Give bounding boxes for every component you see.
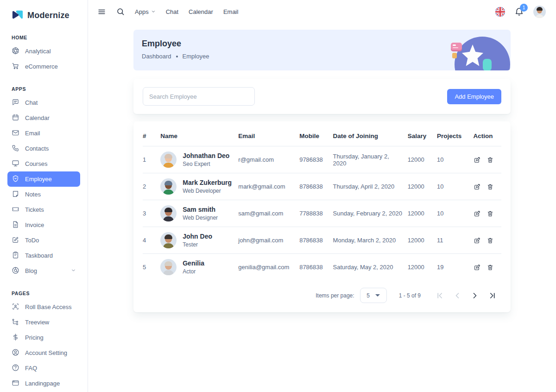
employee-name: Sam smith — [183, 206, 218, 213]
sidebar-section-pages: PAGES — [12, 291, 88, 296]
employee-mobile: 8786838 — [299, 227, 333, 254]
edit-button[interactable] — [474, 156, 481, 164]
edit-button[interactable] — [474, 183, 481, 190]
sidebar-item-notes[interactable]: Notes — [7, 187, 80, 202]
sidebar-item-todo[interactable]: ToDo — [7, 233, 80, 248]
col-date-of-joining: Date of Joining — [333, 124, 408, 146]
user-circle-icon — [12, 348, 19, 358]
delete-button[interactable] — [486, 156, 494, 164]
sidebar-item-faq[interactable]: FAQ — [7, 360, 80, 376]
notifications-button[interactable]: 1 — [514, 7, 524, 17]
previous-page-button[interactable] — [449, 291, 466, 300]
sidebar-item-chat[interactable]: Chat — [7, 95, 80, 110]
sidebar-item-label: Landingpage — [25, 380, 60, 387]
sidebar-item-tickets[interactable]: Tickets — [7, 202, 80, 217]
employee-email: john@gmail.com — [238, 227, 299, 254]
edit-icon — [12, 236, 19, 245]
sidebar-item-invoice[interactable]: Invoice — [7, 217, 80, 233]
sidebar-item-calendar[interactable]: Calendar — [7, 110, 80, 126]
col-mobile: Mobile — [299, 124, 333, 146]
search-input[interactable] — [143, 87, 255, 106]
employee-avatar — [160, 232, 177, 248]
employee-avatar — [160, 205, 177, 221]
app-logo[interactable]: Modernize — [0, 6, 88, 23]
items-per-page-label: Items per page: — [316, 292, 354, 299]
page-banner: Employee Dashboard Employee — [133, 30, 511, 70]
sidebar-item-pricing[interactable]: Pricing — [7, 330, 80, 345]
clipboard-icon — [12, 251, 19, 260]
delete-button[interactable] — [486, 183, 494, 190]
user-avatar[interactable] — [533, 6, 546, 18]
file-icon — [12, 221, 19, 230]
edit-button[interactable] — [474, 264, 481, 271]
table-row: 5 Genilia Actor genilia@gmail.com 878683… — [143, 254, 501, 281]
aperture2-icon — [12, 266, 19, 276]
row-index: 5 — [143, 254, 160, 281]
banner-illustration — [450, 30, 511, 70]
sidebar-item-contacts[interactable]: Contacts — [7, 141, 80, 156]
edit-button[interactable] — [474, 237, 481, 244]
next-page-button[interactable] — [466, 291, 484, 300]
page-range-label: 1 - 5 of 9 — [399, 292, 421, 299]
sidebar-item-email[interactable]: Email — [7, 126, 80, 141]
tree-icon — [12, 318, 19, 327]
delete-button[interactable] — [486, 210, 494, 217]
sidebar-item-ecommerce[interactable]: eCommerce — [7, 59, 80, 74]
badge-icon — [12, 175, 19, 184]
chat-icon — [12, 98, 19, 107]
employee-mobile: 8786838 — [299, 173, 333, 200]
employee-name: John Deo — [183, 233, 212, 240]
note-icon — [12, 190, 19, 199]
sidebar-item-analytical[interactable]: Analytical — [7, 44, 80, 59]
topnav-email[interactable]: Email — [223, 8, 239, 15]
col-projects: Projects — [437, 124, 474, 146]
sidebar-item-employee[interactable]: Employee — [7, 171, 80, 187]
cart-icon — [12, 62, 19, 71]
sidebar-item-label: Invoice — [25, 221, 44, 228]
main-content: Employee Dashboard Employee Add Employee — [88, 0, 556, 312]
delete-button[interactable] — [486, 237, 494, 244]
page-size-value: 5 — [366, 292, 370, 299]
employee-doj: Monday, March 2, 2020 — [333, 227, 408, 254]
edit-button[interactable] — [474, 210, 481, 217]
employee-table: # Name Email Mobile Date of Joining Sala… — [143, 124, 501, 280]
employee-name: Johnathan Deo — [183, 152, 229, 159]
topnav-calendar[interactable]: Calendar — [189, 8, 213, 15]
col-index: # — [143, 124, 160, 146]
sidebar-item-blog[interactable]: Blog — [7, 263, 80, 278]
sidebar-item-label: Account Setting — [25, 349, 67, 356]
sidebar-item-label: Tickets — [25, 206, 44, 213]
breadcrumb-dashboard[interactable]: Dashboard — [142, 53, 171, 60]
employee-projects: 11 — [437, 227, 474, 254]
employee-mobile: 9786838 — [299, 146, 333, 173]
sidebar-item-courses[interactable]: Courses — [7, 156, 80, 171]
notification-badge: 1 — [520, 4, 528, 12]
sidebar-item-label: Notes — [25, 191, 41, 198]
add-employee-button[interactable]: Add Employee — [447, 89, 501, 104]
language-flag-icon[interactable] — [495, 7, 505, 17]
employee-role: Tester — [183, 241, 212, 248]
sidebar-item-label: Contacts — [25, 145, 49, 152]
breadcrumb-employee: Employee — [183, 53, 209, 60]
col-action: Action — [474, 124, 501, 146]
sidebar-item-label: ToDo — [25, 237, 39, 244]
row-index: 1 — [143, 146, 160, 173]
employee-email: mark@gmail.com — [238, 173, 299, 200]
delete-button[interactable] — [486, 264, 494, 271]
table-row: 1 Johnathan Deo Seo Expert r@gmail.com 9… — [143, 146, 501, 173]
search-icon[interactable] — [116, 7, 125, 16]
sidebar-item-roll-base-access[interactable]: Roll Base Access — [7, 299, 80, 315]
sidebar-item-landingpage[interactable]: Landingpage — [7, 376, 80, 391]
browser-icon — [12, 379, 19, 388]
topnav-chat-label: Chat — [166, 8, 178, 15]
sidebar-item-taskboard[interactable]: Taskboard — [7, 248, 80, 263]
sidebar-item-account-setting[interactable]: Account Setting — [7, 345, 80, 360]
topnav-chat[interactable]: Chat — [166, 8, 178, 15]
hamburger-menu-icon[interactable] — [97, 7, 106, 16]
page-size-select[interactable]: 5 — [360, 288, 387, 303]
first-page-button[interactable] — [431, 291, 449, 300]
topnav-apps[interactable]: Apps — [135, 8, 156, 15]
sidebar-item-treeview[interactable]: Treeview — [7, 315, 80, 330]
last-page-button[interactable] — [484, 291, 501, 300]
table-row: 3 Sam smith Web Designer sam@gmail.com 7… — [143, 200, 501, 227]
